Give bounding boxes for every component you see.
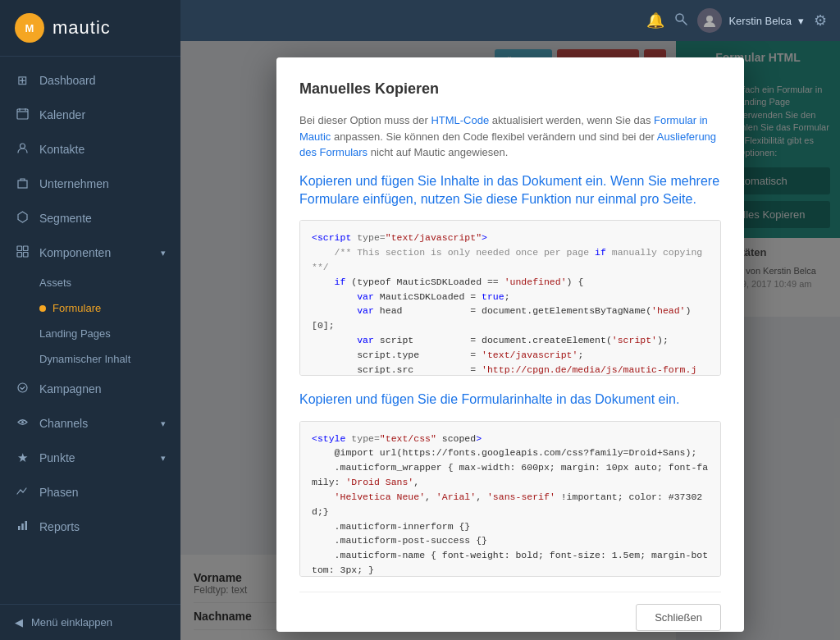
reports-icon (15, 519, 30, 534)
contacts-icon (15, 142, 30, 157)
sidebar-item-phasen[interactable]: Phasen (0, 475, 180, 510)
collapse-icon: ◀ (15, 616, 23, 629)
svg-point-13 (18, 383, 27, 392)
svg-point-20 (706, 16, 713, 22)
collapse-label: Menü einklappen (31, 616, 112, 629)
sidebar-navigation: ⊞ Dashboard Kalender Kontakte Unternehme… (0, 57, 180, 604)
sidebar-item-channels[interactable]: Channels ▾ (0, 406, 180, 441)
sidebar-item-reports[interactable]: Reports (0, 510, 180, 544)
company-icon (15, 176, 30, 191)
html-code-link[interactable]: HTML-Code (431, 114, 489, 126)
modal-close-button[interactable]: Schließen (636, 604, 721, 631)
sidebar-item-label: Dynamischer Inhalt (39, 353, 130, 365)
avatar (697, 8, 722, 33)
chevron-down-icon: ▾ (161, 418, 166, 429)
svg-rect-17 (25, 521, 27, 530)
svg-rect-11 (17, 253, 22, 258)
sidebar-item-label: Assets (39, 277, 71, 289)
formular-link[interactable]: Formular in Mautic (299, 114, 708, 143)
svg-marker-8 (18, 212, 27, 222)
dashboard-icon: ⊞ (15, 73, 30, 88)
modal-info-text: Bei dieser Option muss der HTML-Code akt… (299, 112, 721, 161)
logo-icon: M (15, 13, 44, 43)
sidebar-item-assets[interactable]: Assets (0, 270, 180, 295)
auslieferung-link[interactable]: Auslieferung des Formulars (299, 130, 716, 159)
sidebar-logo: M mautic (0, 0, 180, 57)
sidebar-item-label: Segmente (39, 212, 92, 225)
sidebar-item-landing-pages[interactable]: Landing Pages (0, 321, 180, 346)
chevron-down-icon: ▾ (161, 248, 166, 258)
sidebar-item-label: Punkte (39, 451, 75, 464)
sidebar-item-segmente[interactable]: Segmente (0, 201, 180, 235)
sidebar-item-label: Kampagnen (39, 382, 102, 395)
svg-point-14 (21, 421, 24, 423)
sidebar-item-label: Reports (39, 520, 80, 533)
phases-icon (15, 485, 30, 500)
svg-rect-9 (17, 246, 22, 251)
sidebar-item-label: Dashboard (39, 74, 96, 87)
sidebar-item-label: Komponenten (39, 246, 111, 259)
sidebar-item-kalender[interactable]: Kalender (0, 98, 180, 132)
svg-line-19 (682, 21, 687, 25)
sidebar-item-unternehmen[interactable]: Unternehmen (0, 167, 180, 201)
sidebar-item-label: Channels (39, 417, 88, 430)
topbar: 🔔 Kerstin Belca ▾ ⚙ (180, 0, 840, 41)
sidebar-item-label: Landing Pages (39, 327, 111, 340)
bell-icon[interactable]: 🔔 (646, 11, 664, 30)
campaigns-icon (15, 382, 30, 396)
sidebar-item-formulare[interactable]: Formulare (0, 295, 180, 321)
content-body: Ändern ✕ Schließen ▾ Formular HTML Es is… (180, 41, 840, 640)
segments-icon (15, 211, 30, 226)
svg-text:M: M (25, 22, 34, 34)
svg-rect-7 (18, 181, 27, 188)
calendar-icon (15, 107, 30, 122)
channels-icon (15, 416, 30, 431)
code-box-2[interactable]: <style type="text/css" scoped> @import u… (299, 421, 721, 577)
code-box-1[interactable]: <script type="text/javascript"> /** This… (299, 220, 721, 376)
sidebar-item-kontakte[interactable]: Kontakte (0, 132, 180, 167)
sidebar-item-label: Kalender (39, 108, 85, 121)
modal-highlight-2: Kopieren und fügen Sie die Formularinhal… (299, 391, 721, 409)
user-name: Kerstin Belca (728, 15, 792, 27)
sidebar: M mautic ⊞ Dashboard Kalender Kontakte (0, 0, 180, 640)
modal-overlay: Manuelles Kopieren Bei dieser Option mus… (180, 41, 840, 640)
svg-rect-2 (17, 109, 28, 119)
collapse-menu[interactable]: ◀ Menü einklappen (0, 604, 180, 640)
chevron-down-icon: ▾ (161, 453, 166, 464)
svg-rect-10 (23, 246, 28, 251)
sidebar-item-dynamischer-inhalt[interactable]: Dynamischer Inhalt (0, 346, 180, 372)
sidebar-item-punkte[interactable]: ★ Punkte ▾ (0, 441, 180, 475)
user-dropdown-icon: ▾ (798, 15, 804, 27)
sidebar-item-label: Unternehmen (39, 177, 109, 190)
svg-rect-12 (23, 253, 28, 258)
logo-text: mautic (52, 17, 111, 39)
svg-rect-15 (18, 526, 21, 530)
components-icon (15, 245, 30, 260)
gear-icon[interactable]: ⚙ (814, 11, 827, 30)
topbar-user[interactable]: Kerstin Belca ▾ (697, 8, 804, 33)
active-dot (39, 305, 46, 312)
svg-rect-16 (21, 523, 24, 530)
modal-dialog: Manuelles Kopieren Bei dieser Option mus… (276, 57, 744, 632)
modal-footer: Schließen (299, 592, 721, 631)
sidebar-item-label: Formulare (52, 302, 101, 314)
sidebar-item-label: Phasen (39, 486, 78, 499)
modal-title: Manuelles Kopieren (299, 80, 721, 98)
sidebar-item-kampagnen[interactable]: Kampagnen (0, 372, 180, 406)
sidebar-item-komponenten[interactable]: Komponenten ▾ (0, 235, 180, 270)
search-icon[interactable] (674, 12, 687, 30)
points-icon: ★ (15, 450, 30, 465)
sidebar-item-label: Kontakte (39, 143, 84, 156)
sidebar-item-dashboard[interactable]: ⊞ Dashboard (0, 63, 180, 98)
svg-point-6 (20, 144, 25, 149)
main-area: 🔔 Kerstin Belca ▾ ⚙ Ändern ✕ Schließen ▾ (180, 0, 840, 640)
modal-highlight-1: Kopieren und fügen Sie Inhalte in das Do… (299, 172, 721, 209)
